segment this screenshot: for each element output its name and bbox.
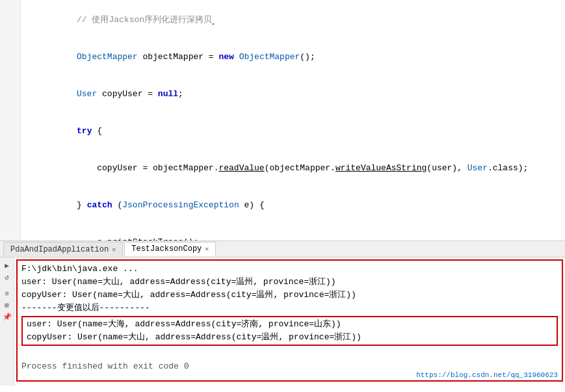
code-text <box>57 126 77 136</box>
code-method: readValue <box>218 163 264 173</box>
code-line: copyUser = objectMapper.readValue(object… <box>26 150 560 187</box>
code-type: User <box>467 163 488 173</box>
code-line: } catch (JsonProcessingException e) { <box>26 187 560 224</box>
line-num <box>0 63 20 75</box>
line-num <box>0 88 20 100</box>
line-num <box>0 199 20 211</box>
code-keyword: new <box>218 52 233 62</box>
toolbar-settings-icon[interactable]: ≡ <box>5 290 9 298</box>
console-highlight-box: user: User(name=大海, address=Address(city… <box>21 316 558 346</box>
code-text: (objectMapper. <box>265 163 335 173</box>
code-text: copyUser = objectMapper. <box>57 163 219 173</box>
code-text <box>234 52 239 62</box>
code-text: (); <box>300 52 315 62</box>
line-num <box>0 38 20 51</box>
tabs-bar: PdaAndIpadApplication ✕ TestJacksonCopy … <box>0 241 565 257</box>
line-numbers <box>0 0 21 241</box>
console-output-box: F:\jdk\bin\java.exe ... user: User(name=… <box>16 259 563 382</box>
tab-label: TestJacksonCopy <box>131 244 202 254</box>
code-line: // 使用Jackson序列化进行深拷贝 <box>26 1 560 38</box>
bottom-link[interactable]: https://blog.csdn.net/qq_31960623 <box>416 371 558 379</box>
code-keyword: try <box>77 126 92 136</box>
code-comment: // 使用Jackson序列化进行深拷贝 <box>57 15 212 25</box>
code-text: e.printStackTrace(); <box>57 237 198 241</box>
line-num <box>0 224 20 236</box>
line-num <box>0 174 20 187</box>
tab-pda[interactable]: PdaAndIpadApplication ✕ <box>3 242 123 256</box>
toolbar-reload-icon[interactable]: ↺ <box>5 273 9 281</box>
editor-panel: // 使用Jackson序列化进行深拷贝 ObjectMapper object… <box>0 0 565 241</box>
code-keyword-catch: catch <box>87 200 112 210</box>
toolbar-pin-icon[interactable]: 📌 <box>3 313 12 321</box>
code-text: objectMapper = <box>138 52 219 62</box>
code-text: ( <box>112 200 123 210</box>
line-num <box>0 1 20 14</box>
code-line: try { <box>26 112 560 150</box>
line-num <box>0 187 20 199</box>
console-container: ▶ ↺ ≡ ⊞ 📌 F:\jdk\bin\java.exe ... user: … <box>0 257 565 385</box>
tab-close-icon[interactable]: ✕ <box>112 246 116 254</box>
tab-jackson[interactable]: TestJacksonCopy ✕ <box>124 242 216 256</box>
code-text: .class); <box>488 163 528 173</box>
line-num <box>0 75 20 88</box>
line-num <box>0 211 20 224</box>
code-text: e) { <box>239 200 265 210</box>
code-text: { <box>92 126 102 136</box>
code-text: (user), <box>427 163 467 173</box>
code-method: writeValueAsString <box>335 163 427 173</box>
line-num <box>0 14 20 26</box>
code-text: copyUser = <box>97 89 158 99</box>
code-type: User <box>57 89 97 99</box>
line-num <box>0 112 20 125</box>
code-keyword: null <box>158 89 178 99</box>
code-type: ObjectMapper <box>239 52 300 62</box>
console-output-line: copyUser: User(name=大山, address=Address(… <box>18 289 562 302</box>
code-line: User copyUser = null; <box>26 75 560 112</box>
tab-close-icon[interactable]: ✕ <box>205 245 209 253</box>
toolbar-run-icon[interactable]: ▶ <box>5 261 9 270</box>
code-text: } <box>57 200 87 210</box>
code-line: e.printStackTrace(); <box>26 224 560 241</box>
toolbar-grid-icon[interactable]: ⊞ <box>5 301 9 309</box>
code-line: ObjectMapper objectMapper = new ObjectMa… <box>26 38 560 75</box>
tab-label: PdaAndIpadApplication <box>10 245 109 254</box>
line-num <box>0 162 20 174</box>
console-highlight-line: copyUser: User(name=大山, address=Address(… <box>23 331 557 344</box>
line-num <box>0 137 20 150</box>
code-content[interactable]: // 使用Jackson序列化进行深拷贝 ObjectMapper object… <box>21 0 565 241</box>
console-empty-line <box>18 347 562 360</box>
console-content: F:\jdk\bin\java.exe ... user: User(name=… <box>14 257 565 385</box>
code-text: ; <box>178 89 183 99</box>
console-toolbar: ▶ ↺ ≡ ⊞ 📌 <box>0 257 14 385</box>
console-header-line: F:\jdk\bin\java.exe ... <box>18 263 562 276</box>
line-num <box>0 51 20 63</box>
console-highlight-line: user: User(name=大海, address=Address(city… <box>23 318 557 331</box>
code-type: JsonProcessingException <box>122 200 239 210</box>
line-num <box>0 100 20 112</box>
line-num <box>0 150 20 162</box>
console-output-line: user: User(name=大山, address=Address(city… <box>18 276 562 289</box>
line-num <box>0 125 20 137</box>
console-output-line: -------变更值以后---------- <box>18 302 562 315</box>
line-num <box>0 26 20 38</box>
code-type: ObjectMapper <box>57 52 138 62</box>
